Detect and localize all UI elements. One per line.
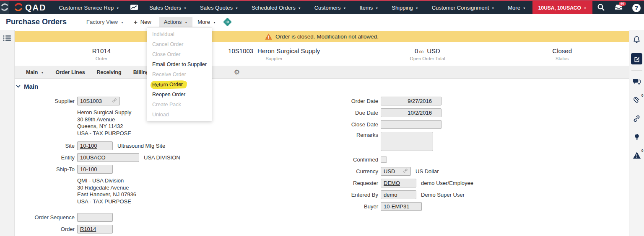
tab-main[interactable]: Main▼ [20,69,49,75]
currency-description: US Dollar [415,168,439,174]
nav-item-customer-consignment[interactable]: Customer Consignment▼ [425,1,501,14]
currency-label: Currency [331,168,378,174]
help-icon: ? [632,4,641,12]
main-section-header[interactable]: Main [16,83,38,90]
menu-item-email-order-to-supplier[interactable]: Email Order to Supplier [147,59,212,69]
warning-icon [265,33,272,40]
remarks-field[interactable] [381,132,433,151]
chevron-down-icon: ▼ [584,7,587,10]
due-date-field[interactable]: 10/2/2016 [381,108,441,117]
menu-item-reopen-order[interactable]: Reopen Order [147,90,212,100]
nav-role-selector[interactable]: Customer Service Rep▼ [52,1,126,14]
warning-message: Order is closed. Modification not allowe… [275,33,379,40]
chevron-down-icon: ▼ [235,7,238,10]
more-button[interactable]: More▼ [192,17,221,27]
menu-item-receive-order: Receive Order [147,69,212,80]
links-button[interactable] [632,113,642,123]
menu-item-create-pack: Create Pack [147,100,212,110]
summary-supplier-name: Heron Surgical Supply [257,47,320,54]
warning-banner: Order is closed. Modification not allowe… [15,31,629,42]
tab-receiving[interactable]: Receiving [91,69,127,75]
menu-item-individual: Individual [147,29,212,39]
navigate-diamond-button[interactable] [223,18,232,26]
chevron-down-icon: ▼ [415,7,418,10]
site-description: Ultrasound Mfg Site [117,143,165,149]
menu-item-unload: Unload [147,110,212,120]
nav-item-customers[interactable]: Customers▼ [308,1,353,14]
entity-field[interactable]: 10USACO [77,153,139,162]
domain-entity-selector[interactable]: 10USA, 10USACO▼ [532,1,592,14]
link-icon [633,115,641,123]
gear-icon[interactable]: ⚙ [234,68,240,76]
notifications-button[interactable] [632,35,642,45]
tab-order-lines[interactable]: Order Lines [49,69,91,75]
requester-label: Requester [331,180,378,186]
search-button[interactable] [592,1,610,14]
inbox-button[interactable]: 60 [610,1,628,14]
form-right-column: Order Date 9/27/2016 Due Date 10/2/2016 … [331,97,629,214]
chevron-down-icon: ▼ [121,21,124,24]
qad-wordmark: QAD [25,3,46,13]
close-date-field[interactable] [381,120,441,129]
remarks-label: Remarks [331,132,378,138]
summary-supplier-code: 10S1003 [228,47,253,54]
chat-bubbles-icon [632,78,641,85]
requester-field[interactable]: DEMO [381,179,416,187]
order-date-field[interactable]: 9/27/2016 [381,97,441,105]
attachments-button[interactable]: 0 [632,95,642,105]
link-lookup-icon[interactable] [403,168,408,174]
site-field[interactable]: 10-100 [77,141,113,150]
app-switcher-tile[interactable] [0,1,9,14]
entered-by-field[interactable]: demo [381,190,416,199]
summary-open-total: 0.00 USD Open Order Total [360,46,495,61]
confirmed-checkbox[interactable] [381,156,387,163]
page-toolbar: Purchase Orders Factory View▼ +New Actio… [0,14,644,30]
toolbar-divider [77,18,77,27]
right-sidebar: 0 0 [629,30,644,236]
chevron-down-icon: ▼ [298,7,301,10]
order-field[interactable]: R1014 [77,225,113,233]
comments-button[interactable] [632,77,642,87]
nav-item-sales-orders[interactable]: Sales Orders▼ [143,1,193,14]
paperclip-icon [633,96,641,104]
view-selector[interactable]: Factory View▼ [81,17,129,27]
order-sequence-field[interactable] [77,213,113,222]
ship-to-field[interactable]: 10-100 [77,165,113,174]
supplier-field[interactable]: 10S1003 [77,97,120,105]
entered-by-label: Entered By [331,192,378,198]
edit-panel-button[interactable] [631,53,642,64]
summary-supplier: 10S1003Heron Surgical Supply Supplier [189,46,360,61]
bell-icon [633,36,641,44]
order-sequence-label: Order Sequence [15,214,75,221]
actions-dropdown-menu: Individual Cancel Order Close Order Emai… [147,28,212,121]
nav-item-more[interactable]: More▼ [501,1,532,14]
nav-item-shipping[interactable]: Shipping▼ [385,1,425,14]
actions-button[interactable]: Actions▼ [159,17,193,27]
attachments-count: 0 [641,93,644,97]
help-button[interactable]: ? [628,1,644,14]
nav-item-scheduled-orders[interactable]: Scheduled Orders▼ [245,1,308,14]
alerts-button[interactable]: 0 [632,150,642,160]
link-lookup-icon[interactable] [112,98,117,104]
close-date-label: Close Date [331,121,378,128]
new-button[interactable]: +New [129,16,156,28]
menu-item-return-order[interactable]: Return Order [147,80,212,90]
requester-description: demo User/Employee [421,180,473,186]
nav-dashboard-button[interactable] [126,1,143,14]
list-menu-icon[interactable] [3,35,11,41]
alerts-count: 0 [641,149,644,153]
nav-item-sales-quotes[interactable]: Sales Quotes▼ [193,1,245,14]
buyer-label: Buyer [331,203,378,210]
top-navbar: QAD Customer Service Rep▼ Sales Orders▼ … [0,1,644,14]
ship-to-label: Ship-To [15,166,75,172]
buyer-field[interactable]: 10-EMP31 [381,202,422,211]
order-date-label: Order Date [331,98,378,104]
qad-logo[interactable]: QAD [9,1,52,14]
detail-tabbar: Main▼ Order Lines Receiving Billing▼ Tot… [15,66,629,79]
warning-triangle-icon [633,151,641,159]
currency-field[interactable]: USD [381,167,411,176]
nav-item-items[interactable]: Items▼ [353,1,385,14]
navbar-right-group: 10USA, 10USACO▼ 60 ? [532,1,644,14]
insights-button[interactable] [632,132,642,142]
nav-role-label: Customer Service Rep [59,5,114,11]
